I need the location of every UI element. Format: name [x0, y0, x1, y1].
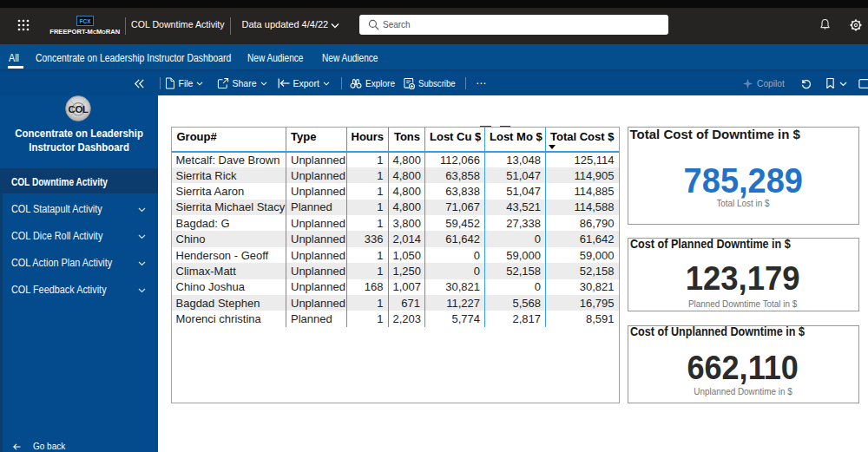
svg-text:COL: COL	[68, 104, 88, 115]
